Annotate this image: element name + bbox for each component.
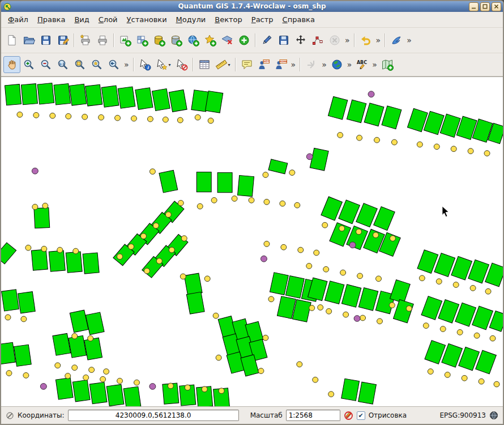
zoom-out-button[interactable] [37, 56, 54, 73]
toggle-editing-icon [260, 34, 273, 46]
toolbar-overflow[interactable]: » [343, 36, 352, 45]
node-point-feature [156, 258, 162, 264]
save-project-as-button[interactable] [54, 32, 71, 49]
main-toolbar: »»» [1, 28, 503, 53]
select-features-dropdown-caret[interactable]: ▾ [169, 62, 173, 67]
menu-слой[interactable]: Слой [94, 13, 122, 26]
open-project-button[interactable] [20, 32, 37, 49]
menu-справка[interactable]: Справка [278, 13, 319, 26]
map-canvas[interactable] [1, 76, 503, 406]
node-point-feature [32, 204, 38, 210]
statusbar: Координаты: Масштаб ✔ Отрисовка EPSG:900… [1, 406, 503, 424]
zoom-full-button[interactable] [71, 56, 88, 73]
toolbar-overflow[interactable]: » [374, 36, 383, 45]
menu-правка[interactable]: Правка [33, 13, 70, 26]
remove-layer-button[interactable] [219, 32, 236, 49]
menu-вид[interactable]: Вид [70, 13, 93, 26]
measure-dropdown-caret[interactable]: ▾ [228, 62, 233, 67]
new-shapefile-layer-button[interactable] [202, 32, 219, 49]
zoom-last-button[interactable] [105, 56, 122, 73]
curved-arrow-icon [390, 34, 403, 46]
add-raster-layer-button[interactable] [134, 32, 151, 49]
new-project-button[interactable] [3, 32, 20, 49]
save-edits-button[interactable] [275, 32, 292, 49]
stop-render-icon[interactable] [344, 411, 353, 420]
add-vector-layer-button[interactable] [117, 32, 134, 49]
node-point-feature [23, 373, 29, 379]
move-feature-icon [294, 34, 307, 46]
scale-input[interactable] [286, 410, 340, 421]
node-point-feature [33, 112, 39, 118]
save-project-button[interactable] [37, 32, 54, 49]
show-bookmarks-icon: HOME [275, 58, 287, 71]
toolbar-overflow[interactable]: » [370, 60, 379, 69]
menu-растр[interactable]: Растр [247, 13, 278, 26]
node-point-feature [453, 282, 459, 288]
building-feature [159, 170, 178, 193]
node-point-feature [462, 375, 467, 381]
coordinates-input[interactable] [68, 410, 239, 421]
zoom-selection-button[interactable] [88, 56, 105, 73]
maximize-button[interactable] [480, 2, 490, 11]
map-features [1, 77, 503, 406]
titlebar[interactable]: Quantum GIS 1.7.4-Wroclaw - osm_shp [1, 1, 503, 12]
toolbar-separator [133, 58, 134, 71]
curved-arrow-button[interactable] [388, 32, 405, 49]
node-tool-button[interactable] [309, 32, 326, 49]
poi-point-feature [32, 168, 38, 174]
node-point-feature [322, 222, 328, 228]
crs-status-icon[interactable] [489, 411, 498, 420]
node-point-feature [391, 139, 397, 145]
building-feature [31, 249, 48, 270]
menu-файл[interactable]: Файл [3, 13, 33, 26]
menu-вектор[interactable]: Вектор [210, 13, 247, 26]
menu-установки[interactable]: Установки [122, 13, 172, 26]
node-point-feature [474, 333, 480, 338]
delete-selected-button[interactable] [326, 32, 343, 49]
pan-button[interactable] [3, 56, 20, 73]
close-button[interactable] [492, 2, 501, 11]
toolbar-overflow[interactable]: » [289, 60, 298, 69]
labeling-button[interactable]: ABC [353, 56, 370, 73]
measure-button[interactable] [213, 56, 230, 73]
building-feature [37, 83, 54, 104]
toggle-editing-button[interactable] [258, 32, 275, 49]
building-feature [54, 83, 71, 105]
identify-button[interactable]: i [136, 56, 153, 73]
toolbar-overflow[interactable]: » [345, 60, 354, 69]
render-checkbox[interactable]: ✔ [357, 411, 365, 420]
printer-button[interactable] [94, 32, 111, 49]
annotation-1-button[interactable] [303, 56, 320, 73]
show-bookmarks-button[interactable]: HOME [272, 56, 289, 73]
deselect-features-button[interactable] [173, 56, 190, 73]
building-feature [49, 250, 65, 271]
globe-button[interactable] [328, 56, 345, 73]
undo-button[interactable] [357, 32, 374, 49]
toolbar-overflow[interactable]: » [122, 60, 131, 69]
node-point-feature [419, 275, 425, 281]
zoom-in-button[interactable] [20, 56, 37, 73]
new-bookmark-button[interactable]: HOT [255, 56, 272, 73]
zoom-native-button[interactable]: 1:1 [54, 56, 71, 73]
minimize-button[interactable] [469, 2, 479, 11]
add-layer-button[interactable] [236, 32, 253, 49]
toolbar-overflow[interactable]: » [405, 36, 413, 45]
map-tips-button[interactable] [238, 56, 255, 73]
toolbar-overflow[interactable]: » [320, 60, 328, 69]
node-point-feature [163, 117, 168, 122]
building-feature [169, 90, 187, 112]
add-wms-layer-button[interactable] [185, 32, 202, 49]
print-composer-button[interactable] [77, 32, 94, 49]
select-features-button[interactable] [153, 56, 170, 73]
attribute-table-button[interactable] [196, 56, 213, 73]
menu-модули[interactable]: Модули [172, 13, 211, 26]
add-spatialite-layer-button[interactable] [168, 32, 185, 49]
node-point-feature [313, 377, 318, 382]
node-point-feature [264, 241, 270, 247]
add-database-layer-button[interactable] [151, 32, 168, 49]
node-tool-icon [311, 34, 324, 46]
building-feature [358, 382, 377, 404]
move-feature-button[interactable] [292, 32, 309, 49]
add-map-layer-button[interactable] [379, 56, 396, 73]
undo-icon [360, 34, 372, 46]
